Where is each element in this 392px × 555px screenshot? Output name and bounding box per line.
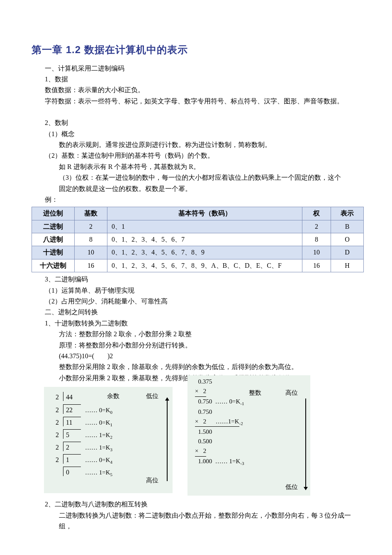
table-cell: 2 (302, 220, 331, 233)
fraction-multiply-diagram: 整数 高位 0.375× 2 0.750 …… 0=K-1 0.750× 2 …… (187, 375, 310, 496)
table-cell: 十六进制 (32, 259, 75, 272)
arrow-down-icon (305, 399, 306, 487)
division-step: 211 …… 0=K1 (44, 417, 173, 429)
sec-b2-header: 2、二进制数与八进制数的相互转换 (32, 499, 364, 510)
table-cell: 8 (75, 233, 107, 246)
label-low-bit: 低位 (285, 482, 298, 492)
th-base: 基数 (75, 207, 107, 220)
table-cell: 0、1、2、3、4、5、6、7 (107, 233, 302, 246)
table-cell: 八进制 (32, 233, 75, 246)
integer-division-diagram: 余数 低位 244222 …… 0=K0211 …… 0=K125 …… 1=K… (44, 387, 173, 493)
th-rep: 表示 (331, 207, 364, 220)
sec-b1-line3: (44.375)10=( )2 (32, 351, 364, 362)
conversion-diagrams: 余数 低位 244222 …… 0=K0211 …… 0=K125 …… 1=K… (32, 387, 364, 496)
table-header-row: 进位制 基数 基本符号（数码） 权 表示 (32, 207, 364, 220)
sec-a3-line1: （1）运算简单、易于物理实现 (32, 285, 364, 296)
sec-a1-line1: 数值数据：表示量的大小和正负。 (32, 85, 364, 95)
table-cell: 0、1、2、3、4、5、6、7、8、9、A、B、C、D、E、C、F (107, 259, 302, 272)
table-cell: 8 (302, 233, 331, 246)
multiply-step: 0.750 (195, 407, 306, 417)
sec-b1-header: 1、十进制数转换为二进制数 (32, 318, 364, 329)
th-symbols: 基本符号（数码） (107, 207, 302, 220)
sec-a2-2-line1: 如 R 进制表示有 R 个基本符号，其基数就为 R。 (32, 161, 364, 172)
multiply-step: × 2 ……1=K-2 (195, 417, 306, 427)
label-high-bit: 高位 (285, 388, 298, 398)
division-step: 222 …… 0=K0 (44, 404, 173, 417)
label-low-bit: 低位 (146, 391, 158, 401)
table-cell: 16 (302, 259, 331, 272)
multiply-step: 1.000 …… 1=K-3 (195, 457, 306, 467)
page-title: 第一章 1.2 数据在计算机中的表示 (32, 42, 364, 58)
multiply-step: × 2 (195, 446, 306, 456)
sec-a1-header: 1、数据 (32, 74, 364, 85)
table-row: 二进制20、12B (32, 220, 364, 233)
sec-b1-line4: 整数部分采用除 2 取余，除基取余，先得到的余数为低位，后得到的余数为高位。 (32, 362, 364, 372)
table-cell: 十进制 (32, 246, 75, 259)
sec-a2-header: 2、数制 (32, 117, 364, 128)
sec-a3-header: 3、二进制编码 (32, 274, 364, 285)
arrow-up-icon (167, 400, 168, 481)
table-cell: 10 (75, 246, 107, 259)
sec-a1-line2: 字符数据：表示一些符号、标记，如英文字母、数字专用符号、标点符号、汉字、图形、声… (32, 96, 364, 107)
division-step: 21 …… 0=K4 (44, 454, 173, 467)
label-integer: 整数 (249, 388, 261, 398)
table-cell: 2 (75, 220, 107, 233)
table-cell: D (331, 246, 364, 259)
table-cell: 16 (75, 259, 107, 272)
th-system: 进位制 (32, 207, 75, 220)
multiply-step: 0.500 (195, 437, 306, 446)
sec-a2-1-line1: 数的表示规则。通常按进位原则进行计数。称为进位计数制，简称数制。 (32, 139, 364, 150)
multiply-step: 0.375 (195, 377, 306, 386)
section-b-header: 二、进制之间转换 (32, 307, 364, 318)
section-a-header: 一、计算机采用二进制编码 (32, 63, 364, 74)
multiply-step: 0.750 …… 0=K-1 (195, 397, 306, 407)
division-step: 25 …… 1=K2 (44, 429, 173, 442)
sec-b1-line2: 原理：将整数部分和小数部分分别进行转换。 (32, 340, 364, 351)
table-cell: B (331, 220, 364, 233)
table-cell: 0、1、2、3、4、5、6、7、8、9 (107, 246, 302, 259)
label-remainder: 余数 (107, 391, 119, 401)
table-cell: 二进制 (32, 220, 75, 233)
table-cell: O (331, 233, 364, 246)
multiply-step: 1.500 (195, 427, 306, 437)
sec-a2-example: 例： (32, 194, 364, 205)
table-cell: H (331, 259, 364, 272)
table-cell: 10 (302, 246, 331, 259)
th-weight: 权 (302, 207, 331, 220)
sec-a3-line2: （2）占用空间少、消耗能量小、可靠性高 (32, 296, 364, 307)
sec-a2-3: （3）位权：在某一进位制的数中，每一位的大小都对应着该位上的数码乘上一个固定的数… (32, 172, 364, 183)
label-high-bit: 高位 (146, 475, 158, 486)
table-row: 八进制80、1、2、3、4、5、6、78O (32, 233, 364, 246)
sec-a2-2: （2）基数：某进位制中用到的基本符号（数码）的个数。 (32, 150, 364, 161)
sec-a2-3-line2: 固定的数就是这一位的权数。权数是一个幂。 (32, 183, 364, 194)
sec-b2-line1: 二进制数转换为八进制数：将二进制数由小数点开始，整数部分向左，小数部分向右，每 … (32, 510, 364, 532)
radix-table: 进位制 基数 基本符号（数码） 权 表示 二进制20、12B八进制80、1、2、… (32, 207, 364, 272)
table-cell: 0、1 (107, 220, 302, 233)
table-row: 十进制100、1、2、3、4、5、6、7、8、910D (32, 246, 364, 259)
sec-b1-line1: 方法：整数部分除 2 取余，小数部分乘 2 取整 (32, 329, 364, 340)
sec-a2-1: （1）概念 (32, 129, 364, 139)
division-step: 22 …… 1=K3 (44, 442, 173, 454)
table-row: 十六进制160、1、2、3、4、5、6、7、8、9、A、B、C、D、E、C、F1… (32, 259, 364, 272)
